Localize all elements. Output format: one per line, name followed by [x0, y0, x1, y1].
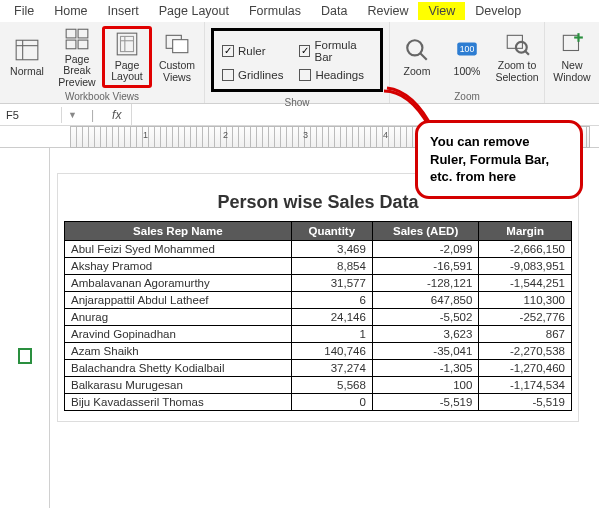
name-cell[interactable]: Abul Feizi Syed Mohammed	[65, 241, 292, 258]
svg-rect-6	[78, 40, 88, 49]
zoom-100-icon: 100	[453, 36, 481, 64]
svg-line-19	[525, 51, 529, 55]
name-box[interactable]: F5	[0, 107, 62, 123]
value-cell[interactable]: -9,083,951	[479, 258, 572, 275]
value-cell[interactable]: 5,568	[291, 377, 372, 394]
fx-button[interactable]: fx	[102, 108, 131, 122]
value-cell[interactable]: 1	[291, 326, 372, 343]
name-cell[interactable]: Aravind Gopinadhan	[65, 326, 292, 343]
table-row[interactable]: Ambalavanan Agoramurthy31,577-128,121-1,…	[65, 275, 572, 292]
gridlines-checkbox[interactable]: Gridlines	[222, 69, 283, 81]
zoom-100-button[interactable]: 100 100%	[442, 26, 492, 88]
zoom-selection-button[interactable]: Zoom to Selection	[492, 26, 542, 88]
svg-point-13	[407, 40, 422, 55]
value-cell[interactable]: -252,776	[479, 309, 572, 326]
tab-view[interactable]: View	[418, 2, 465, 20]
tab-home[interactable]: Home	[44, 2, 97, 20]
table-row[interactable]: Aravind Gopinadhan13,623867	[65, 326, 572, 343]
value-cell[interactable]: 867	[479, 326, 572, 343]
value-cell[interactable]: 140,746	[291, 343, 372, 360]
value-cell[interactable]: 8,854	[291, 258, 372, 275]
page-break-preview-button[interactable]: Page Break Preview	[52, 26, 102, 88]
unchecked-icon	[299, 69, 311, 81]
value-cell[interactable]: -5,519	[372, 394, 478, 411]
value-cell[interactable]: 3,469	[291, 241, 372, 258]
normal-view-button[interactable]: Normal	[2, 26, 52, 88]
workbook-views-group-label: Workbook Views	[65, 90, 139, 103]
value-cell[interactable]: -1,305	[372, 360, 478, 377]
name-cell[interactable]: Akshay Pramod	[65, 258, 292, 275]
unchecked-icon	[222, 69, 234, 81]
value-cell[interactable]: -128,121	[372, 275, 478, 292]
zoom-selection-icon	[503, 30, 531, 58]
page-layout-page: Person wise Sales Data Sales Rep NameQua…	[58, 174, 578, 421]
table-row[interactable]: Biju Kavadasseril Thomas0-5,519-5,519	[65, 394, 572, 411]
value-cell[interactable]: -1,174,534	[479, 377, 572, 394]
vertical-ruler	[0, 148, 50, 508]
name-cell[interactable]: Anjarappattil Abdul Latheef	[65, 292, 292, 309]
table-row[interactable]: Abul Feizi Syed Mohammed3,469-2,099-2,66…	[65, 241, 572, 258]
formula-bar-checkbox[interactable]: ✓Formula Bar	[299, 39, 372, 63]
tab-data[interactable]: Data	[311, 2, 357, 20]
custom-views-button[interactable]: Custom Views	[152, 26, 202, 88]
table-row[interactable]: Akshay Pramod8,854-16,591-9,083,951	[65, 258, 572, 275]
value-cell[interactable]: 100	[372, 377, 478, 394]
svg-text:100: 100	[460, 44, 475, 54]
name-cell[interactable]: Azam Shaikh	[65, 343, 292, 360]
name-cell[interactable]: Anurag	[65, 309, 292, 326]
value-cell[interactable]: 24,146	[291, 309, 372, 326]
value-cell[interactable]: -2,099	[372, 241, 478, 258]
zoom-button[interactable]: Zoom	[392, 26, 442, 88]
tab-insert[interactable]: Insert	[98, 2, 149, 20]
value-cell[interactable]: -16,591	[372, 258, 478, 275]
value-cell[interactable]: 6	[291, 292, 372, 309]
tab-page-layout[interactable]: Page Layout	[149, 2, 239, 20]
tab-review[interactable]: Review	[357, 2, 418, 20]
table-row[interactable]: Azam Shaikh140,746-35,041-2,270,538	[65, 343, 572, 360]
table-row[interactable]: Balkarasu Murugesan5,568100-1,174,534	[65, 377, 572, 394]
value-cell[interactable]: 31,577	[291, 275, 372, 292]
svg-rect-12	[173, 40, 188, 53]
check-icon: ✓	[222, 45, 234, 57]
page-break-icon	[63, 26, 91, 52]
tab-developer[interactable]: Develop	[465, 2, 531, 20]
headings-checkbox[interactable]: Headings	[299, 69, 372, 81]
name-cell[interactable]: Ambalavanan Agoramurthy	[65, 275, 292, 292]
tab-file[interactable]: File	[4, 2, 44, 20]
value-cell[interactable]: 0	[291, 394, 372, 411]
table-header: Sales (AED)	[372, 222, 478, 241]
name-cell[interactable]: Balachandra Shetty Kodialbail	[65, 360, 292, 377]
value-cell[interactable]: 3,623	[372, 326, 478, 343]
value-cell[interactable]: -5,502	[372, 309, 478, 326]
value-cell[interactable]: -35,041	[372, 343, 478, 360]
name-box-dropdown-icon[interactable]: ▼	[62, 110, 83, 120]
group-workbook-views: Normal Page Break Preview Page Layout Cu…	[0, 22, 205, 103]
svg-rect-4	[78, 29, 88, 38]
value-cell[interactable]: -1,270,460	[479, 360, 572, 377]
value-cell[interactable]: -2,666,150	[479, 241, 572, 258]
ruler-checkbox[interactable]: ✓Ruler	[222, 39, 283, 63]
value-cell[interactable]: 647,850	[372, 292, 478, 309]
page-layout-button[interactable]: Page Layout	[102, 26, 152, 88]
svg-rect-0	[16, 40, 38, 60]
sales-data-table: Sales Rep NameQuantitySales (AED)Margin …	[64, 221, 572, 411]
table-row[interactable]: Anjarappattil Abdul Latheef6647,850110,3…	[65, 292, 572, 309]
new-window-label: New Window	[551, 60, 593, 83]
value-cell[interactable]: 110,300	[479, 292, 572, 309]
name-cell[interactable]: Biju Kavadasseril Thomas	[65, 394, 292, 411]
tab-formulas[interactable]: Formulas	[239, 2, 311, 20]
new-window-button[interactable]: New Window	[547, 26, 597, 88]
name-cell[interactable]: Balkarasu Murugesan	[65, 377, 292, 394]
table-row[interactable]: Balachandra Shetty Kodialbail37,274-1,30…	[65, 360, 572, 377]
page-layout-icon	[113, 31, 141, 58]
value-cell[interactable]: -1,544,251	[479, 275, 572, 292]
value-cell[interactable]: -5,519	[479, 394, 572, 411]
svg-rect-3	[66, 29, 76, 38]
custom-views-label: Custom Views	[156, 60, 198, 83]
custom-views-icon	[163, 30, 191, 58]
value-cell[interactable]: 37,274	[291, 360, 372, 377]
value-cell[interactable]: -2,270,538	[479, 343, 572, 360]
active-cell-indicator	[18, 348, 32, 364]
table-row[interactable]: Anurag24,146-5,502-252,776	[65, 309, 572, 326]
check-icon: ✓	[299, 45, 310, 57]
